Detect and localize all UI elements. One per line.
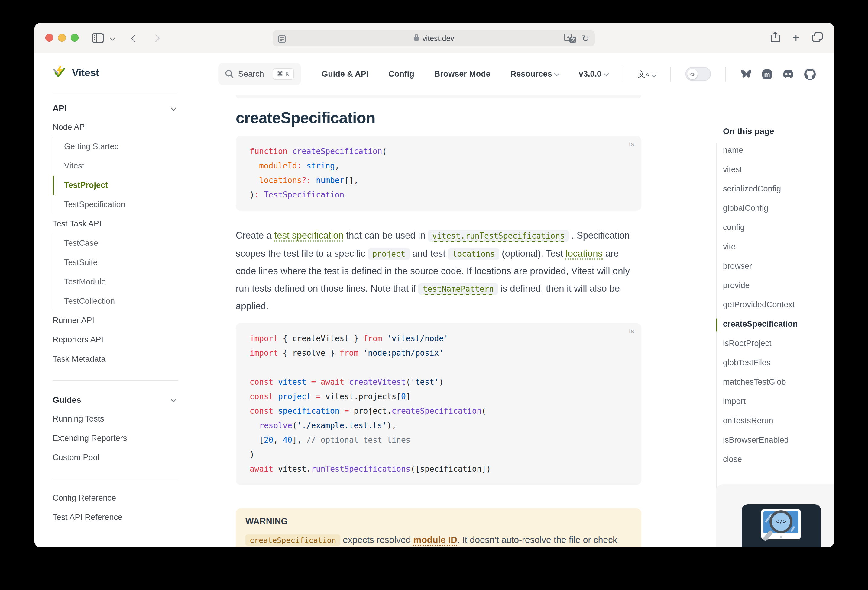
site-title: Vitest — [72, 67, 99, 79]
outline: On this page namevitestserializedConfigg… — [723, 126, 834, 469]
outline-item-globtestfiles[interactable]: globTestFiles — [723, 353, 834, 372]
code-line: import { resolve } from 'node:path/posix… — [236, 346, 641, 360]
outline-item-import[interactable]: import — [723, 392, 834, 411]
sponsor-card[interactable]: </> — [716, 484, 834, 547]
nav-link-guide-api[interactable]: Guide & API — [322, 69, 368, 78]
example-code-block: ts import { createVitest } from 'vitest/… — [236, 323, 641, 485]
sidebar-item-task-metadata[interactable]: Task Metadata — [34, 350, 216, 369]
monitor-illustration: </> — [761, 509, 801, 539]
code-line: const project = vitest.projects[0] — [236, 390, 641, 404]
sidebar-item-custom-pool[interactable]: Custom Pool — [34, 448, 216, 468]
sidebar-item-testcase[interactable]: TestCase — [53, 234, 216, 253]
sidebar-item-runner-api[interactable]: Runner API — [34, 311, 216, 330]
sidebar-item-testmodule[interactable]: TestModule — [53, 272, 216, 292]
outline-item-config[interactable]: config — [723, 218, 834, 237]
site-logo[interactable]: Vitest — [53, 65, 99, 81]
sidebar-item-getting-started[interactable]: Getting Started — [53, 137, 216, 156]
code-language-tag: ts — [629, 327, 634, 334]
sidebar-item-node-api[interactable]: Node API — [34, 118, 216, 137]
sidebar-item-testspecification[interactable]: TestSpecification — [53, 195, 216, 214]
sidebar-item-test-api-reference[interactable]: Test API Reference — [34, 508, 216, 527]
outline-item-ontestsrerun[interactable]: onTestsRerun — [723, 411, 834, 431]
language-switcher[interactable]: 文A — [638, 69, 656, 79]
chevron-down-icon — [604, 71, 609, 77]
top-nav: Guide & APIConfigBrowser Mode Resources … — [302, 53, 816, 95]
inline-link[interactable]: locations — [566, 248, 603, 258]
code-line: moduleId: string, — [236, 159, 641, 173]
github-icon — [804, 68, 816, 80]
code-line: import { createVitest } from 'vitest/nod… — [236, 331, 641, 346]
nav-menu-resources[interactable]: Resources — [511, 69, 559, 78]
nav-link-browser-mode[interactable]: Browser Mode — [434, 69, 490, 78]
inline-link[interactable]: test specification — [275, 230, 344, 240]
sun-icon: ☼ — [687, 69, 698, 79]
sidebar-section-guides[interactable]: Guides — [34, 390, 216, 409]
sidebar-divider — [53, 479, 178, 480]
text-segment: that can be used in — [344, 230, 428, 240]
address-bar[interactable]: vitest.dev A文 ↻ — [273, 30, 595, 47]
text-segment: and test — [409, 248, 448, 258]
outline-item-provide[interactable]: provide — [723, 276, 834, 295]
tab-overview-icon[interactable] — [812, 32, 823, 44]
search-button[interactable]: Search ⌘ K — [218, 63, 301, 85]
github-link[interactable] — [804, 68, 816, 80]
new-tab-icon[interactable]: + — [792, 32, 800, 44]
sidebar-item-config-reference[interactable]: Config Reference — [34, 488, 216, 508]
sidebar-item-testsuite[interactable]: TestSuite — [53, 253, 216, 272]
outline-item-matchestestglob[interactable]: matchesTestGlob — [723, 372, 834, 392]
bluesky-link[interactable] — [741, 69, 752, 79]
sidebar-item-testproject[interactable]: TestProject — [53, 176, 216, 195]
sidebar: Vitest APINode APIGetting StartedVitestT… — [34, 53, 216, 547]
site-header: Search ⌘ K Guide & APIConfigBrowser Mode… — [216, 53, 834, 96]
outline-item-vite[interactable]: vite — [723, 237, 834, 257]
minimize-window-button[interactable] — [58, 34, 66, 42]
nav-link-config[interactable]: Config — [388, 69, 414, 78]
outline-item-getprovidedcontext[interactable]: getProvidedContext — [723, 295, 834, 315]
code-language-tag: ts — [629, 140, 634, 147]
back-button[interactable] — [131, 34, 139, 42]
sponsor-illustration: </> — [742, 504, 821, 547]
sidebar-toggle-icon[interactable] — [92, 32, 104, 46]
nav-menu-version[interactable]: v3.0.0 — [579, 69, 608, 78]
inline-codelink[interactable]: testNamePattern — [419, 283, 498, 294]
outline-item-name[interactable]: name — [723, 141, 834, 160]
reload-icon[interactable]: ↻ — [582, 30, 589, 47]
discord-link[interactable] — [782, 69, 794, 78]
outline-item-close[interactable]: close — [723, 450, 834, 469]
screen: vitest.dev A文 ↻ + — [0, 0, 868, 590]
code-line: await vitest.runTestSpecifications([spec… — [236, 462, 641, 477]
url-text: vitest.dev — [422, 34, 454, 43]
forward-button[interactable] — [152, 34, 159, 42]
svg-text:m: m — [764, 71, 770, 78]
outline-item-isbrowserenabled[interactable]: isBrowserEnabled — [723, 431, 834, 450]
close-window-button[interactable] — [45, 34, 53, 42]
outline-item-globalconfig[interactable]: globalConfig — [723, 199, 834, 218]
outline-title: On this page — [723, 126, 834, 141]
mastodon-link[interactable]: m — [762, 69, 772, 79]
outline-item-browser[interactable]: browser — [723, 257, 834, 276]
inline-codelink[interactable]: vitest.runTestSpecifications — [428, 230, 569, 241]
search-shortcut-badge: ⌘ K — [273, 68, 294, 80]
sidebar-item-extending-reporters[interactable]: Extending Reporters — [34, 429, 216, 448]
sidebar-divider — [53, 92, 178, 93]
mastodon-icon: m — [762, 69, 772, 79]
sidebar-item-vitest[interactable]: Vitest — [53, 156, 216, 176]
sidebar-menu-chevron-icon[interactable] — [110, 35, 115, 41]
sidebar-item-test-task-api[interactable]: Test Task API — [34, 214, 216, 234]
translate-icon[interactable]: A文 — [564, 34, 576, 43]
outline-item-serializedconfig[interactable]: serializedConfig — [723, 180, 834, 199]
zoom-window-button[interactable] — [71, 34, 78, 42]
search-icon — [225, 69, 234, 78]
outline-item-vitest[interactable]: vitest — [723, 160, 834, 180]
sidebar-item-testcollection[interactable]: TestCollection — [53, 292, 216, 311]
outline-item-createspecification[interactable]: createSpecification — [723, 315, 834, 334]
sidebar-item-reporters-api[interactable]: Reporters API — [34, 330, 216, 350]
sidebar-section-api[interactable]: API — [34, 99, 216, 118]
outline-item-isrootproject[interactable]: isRootProject — [723, 334, 834, 353]
theme-toggle[interactable]: ☼ — [685, 67, 711, 81]
share-icon[interactable] — [770, 31, 780, 45]
inline-wlink[interactable]: module ID — [413, 534, 457, 545]
sidebar-item-running-tests[interactable]: Running Tests — [34, 409, 216, 429]
inline-code: locations — [448, 248, 499, 259]
sidebar-divider — [53, 380, 178, 381]
